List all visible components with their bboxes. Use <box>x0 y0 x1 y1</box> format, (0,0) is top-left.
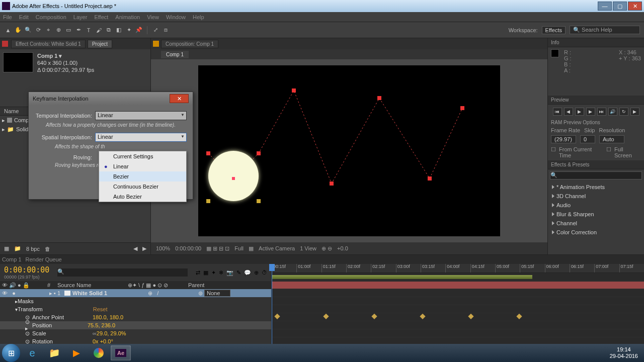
layer-bar[interactable] <box>272 282 644 289</box>
composition-canvas[interactable] <box>198 65 500 236</box>
camera-dropdown[interactable]: Active Camera <box>259 245 295 251</box>
option-continuous-bezier[interactable]: Continuous Bezier <box>99 182 186 192</box>
first-frame-button[interactable]: ⏮ <box>553 108 562 116</box>
menu-layer[interactable]: Layer <box>73 14 88 20</box>
tl-tool-icon[interactable]: ⇄ <box>196 269 200 276</box>
exposure-value[interactable]: +0.0 <box>337 245 348 251</box>
preset-animation[interactable]: * Animation Presets <box>548 183 644 192</box>
play-button[interactable]: ▶ <box>575 108 584 116</box>
spatial-dropdown[interactable]: Linear <box>95 133 187 142</box>
solid-layer[interactable] <box>208 151 259 201</box>
effects-panel-title[interactable]: Effects & Presets <box>548 160 644 169</box>
keyframe-vertex[interactable] <box>460 106 464 110</box>
explorer-icon[interactable]: 📁 <box>44 345 64 360</box>
maximize-button[interactable]: ▢ <box>613 2 627 11</box>
brush-tool-icon[interactable]: 🖌 <box>95 26 103 34</box>
keyframe-vertex[interactable] <box>257 151 261 155</box>
parent-dropdown[interactable]: None <box>204 290 230 297</box>
start-button[interactable]: ⊞ <box>2 344 20 362</box>
keyframe-vertex[interactable] <box>428 176 432 180</box>
menu-animation[interactable]: Animation <box>115 14 140 20</box>
parent-col[interactable]: Parent <box>188 282 204 288</box>
search-help-input[interactable]: 🔍 Search Help <box>570 26 640 34</box>
composition-tab[interactable]: Composition: Comp 1 <box>161 40 218 48</box>
viewer[interactable] <box>151 59 547 242</box>
keyframe-vertex[interactable] <box>206 151 210 155</box>
transform-row[interactable]: ▾ TransformReset <box>0 305 271 313</box>
tl-tool-icon[interactable]: ▦ <box>203 269 208 276</box>
masks-row[interactable]: ▸ Masks <box>0 297 271 305</box>
menu-window[interactable]: Window <box>166 14 186 20</box>
keyframe-icon[interactable] <box>275 314 280 319</box>
framerate-dropdown[interactable]: (29.97) <box>551 135 576 143</box>
menu-edit[interactable]: Edit <box>19 14 29 20</box>
keyframe-icon[interactable] <box>323 314 329 319</box>
timeline-tab-comp[interactable]: Comp 1 <box>2 256 22 262</box>
roto-tool-icon[interactable]: ✦ <box>125 26 133 34</box>
aftereffects-taskbar-icon[interactable]: Ae <box>111 345 131 360</box>
effects-search-input[interactable]: 🔍 <box>550 171 642 179</box>
timeline-tab-render[interactable]: Render Queue <box>26 256 62 262</box>
preview-panel-title[interactable]: Preview <box>548 96 644 105</box>
last-frame-button[interactable]: ⏭ <box>597 108 606 116</box>
next-frame-button[interactable]: ▶ <box>586 108 595 116</box>
puppet-tool-icon[interactable]: 📌 <box>135 26 143 34</box>
folder-icon[interactable]: 📁 <box>14 245 21 252</box>
option-linear[interactable]: Linear <box>99 161 186 171</box>
preset-channel[interactable]: Channel <box>548 219 644 228</box>
source-name-col[interactable]: Source Name <box>57 282 128 288</box>
handle-icon[interactable] <box>206 199 210 203</box>
comp-thumbnail[interactable] <box>3 52 33 72</box>
rotate-tool-icon[interactable]: ⟳ <box>34 26 42 34</box>
eraser-tool-icon[interactable]: ◧ <box>115 26 123 34</box>
workspace-dropdown[interactable]: Effects <box>542 26 566 34</box>
menu-file[interactable]: File <box>3 14 12 20</box>
anchor-point-row[interactable]: ⊙Anchor Point180.0, 180.0 <box>0 313 271 321</box>
hand-tool-icon[interactable]: ✋ <box>14 26 22 34</box>
keyframe-icon[interactable] <box>420 314 425 319</box>
tl-tool-icon[interactable]: ✦ <box>211 269 216 276</box>
views-dropdown[interactable]: 1 View <box>300 245 316 251</box>
keyframe-icon[interactable] <box>517 314 522 319</box>
tl-tool-icon[interactable]: ✎ <box>236 269 241 276</box>
close-button[interactable]: ✕ <box>628 2 642 11</box>
shape-tool-icon[interactable]: ▭ <box>64 26 72 34</box>
timeline-search[interactable]: 🔍 <box>57 268 188 277</box>
skip-dropdown[interactable]: 0 <box>580 135 595 143</box>
tl-tool-icon[interactable]: ❄ <box>219 269 223 276</box>
option-current[interactable]: Current Settings <box>99 151 186 161</box>
keyframe-icon[interactable] <box>468 314 474 319</box>
menu-composition[interactable]: Composition <box>36 14 66 20</box>
menu-help[interactable]: Help <box>193 14 204 20</box>
tl-tool-icon[interactable]: ⊕ <box>254 269 259 276</box>
text-tool-icon[interactable]: T <box>85 26 93 34</box>
tl-tool-icon[interactable]: 💬 <box>244 269 251 276</box>
name-column[interactable]: Name <box>4 108 19 114</box>
preset-color[interactable]: Color Correction <box>548 228 644 237</box>
media-icon[interactable]: ▶ <box>66 345 87 360</box>
tl-tool-icon[interactable]: ⏱ <box>262 269 267 276</box>
axis-icon[interactable]: ⤢ <box>151 26 159 34</box>
project-tab[interactable]: Project <box>88 40 112 48</box>
position-track[interactable] <box>272 313 644 321</box>
comp-subtab[interactable]: Comp 1 <box>161 51 189 58</box>
zoom-dropdown[interactable]: 100% <box>156 245 170 251</box>
preset-audio[interactable]: Audio <box>548 201 644 210</box>
ram-preview-button[interactable]: ▶ <box>630 108 639 116</box>
menu-effect[interactable]: Effect <box>94 14 108 20</box>
scale-row[interactable]: ⊙Scale∞ 29.0, 29.0% <box>0 329 271 337</box>
preset-3d[interactable]: 3D Channel <box>548 192 644 201</box>
info-panel-title[interactable]: Info <box>548 38 644 47</box>
time-ruler[interactable]: 00:15f01:00f01:15f02:00f02:15f03:00f03:1… <box>272 264 644 273</box>
timeline-tracks[interactable]: 00:15f01:00f01:15f02:00f02:15f03:00f03:1… <box>272 264 644 355</box>
keyframe-vertex[interactable] <box>377 96 381 100</box>
ie-icon[interactable]: e <box>22 345 42 360</box>
option-bezier[interactable]: Bezier <box>99 171 186 182</box>
pen-tool-icon[interactable]: ✒ <box>74 26 83 34</box>
keyframe-vertex[interactable] <box>292 88 296 93</box>
zoom-tool-icon[interactable]: 🔍 <box>24 26 32 34</box>
keyframe-vertex[interactable] <box>330 182 334 186</box>
loop-button[interactable]: ↻ <box>619 108 628 116</box>
current-timecode[interactable]: 0:00:00:00 <box>4 265 49 275</box>
system-clock[interactable]: 19:14 29-04-2016 <box>610 346 642 359</box>
